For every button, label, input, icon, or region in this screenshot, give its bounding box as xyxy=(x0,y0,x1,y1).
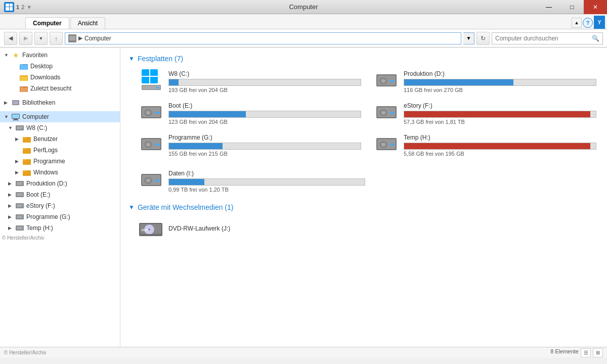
bootE-drive-icon xyxy=(15,191,24,199)
status-right: 8 Elemente ☰ ⊞ xyxy=(550,348,603,357)
sidebar-label-desktop: Desktop xyxy=(30,63,53,70)
sidebar-item-windows[interactable]: ▶ Windows xyxy=(0,167,120,178)
sidebar-label-computer: Computer xyxy=(22,113,49,120)
drive-item-progG[interactable]: Programme (G:) 155 GB frei von 215 GB xyxy=(137,131,364,159)
expand-arrow-bootE: ▶ xyxy=(8,192,14,197)
svg-rect-13 xyxy=(14,119,18,120)
perflogs-folder-icon xyxy=(22,146,31,154)
dvd-section: DVD DVD-RW-Laufwerk (J:) xyxy=(128,216,599,242)
drive-info-w8c: W8 (C:) 193 GB frei von 204 GB xyxy=(168,70,361,93)
back-button[interactable]: ◀ xyxy=(4,32,17,45)
drive-icon-w8c xyxy=(139,70,163,90)
close-button[interactable]: ✕ xyxy=(584,0,607,14)
svg-rect-40 xyxy=(21,228,23,229)
sidebar-item-zuletzt[interactable]: ▶ Zuletzt besucht xyxy=(0,83,120,94)
sidebar-item-benutzer[interactable]: ▶ Benutzer xyxy=(0,133,120,145)
sidebar-item-tempH[interactable]: ▶ Temp (H:) xyxy=(0,222,120,234)
minimize-button[interactable]: — xyxy=(537,0,560,14)
dvd-item[interactable]: DVD DVD-RW-Laufwerk (J:) xyxy=(137,216,599,242)
drive-name-datenI: Daten (I:) xyxy=(168,170,365,177)
sidebar-item-perflogs[interactable]: ▶ PerfLogs xyxy=(0,145,120,156)
ribbon-collapse-btn[interactable]: ▲ xyxy=(572,18,582,28)
sidebar-item-downloads[interactable]: ▶ Downloads xyxy=(0,72,120,83)
svg-rect-71 xyxy=(155,179,159,181)
sidebar-item-estoryF[interactable]: ▶ eStory (F:) xyxy=(0,200,120,211)
search-icon[interactable]: 🔍 xyxy=(592,35,599,42)
tab-ansicht-label: Ansicht xyxy=(78,20,98,27)
app-icon[interactable] xyxy=(4,2,14,12)
sidebar-label-bibliotheken: Bibliotheken xyxy=(22,99,55,106)
tab-num-1[interactable]: 1 xyxy=(16,4,19,10)
expand-arrow-estoryF: ▶ xyxy=(8,203,14,208)
window-title: Computer xyxy=(289,3,318,11)
drive-bar-w8c xyxy=(168,79,361,86)
section-arrow-wechselmedien: ▼ xyxy=(128,204,135,211)
up-button[interactable]: ↑ xyxy=(50,32,63,45)
main-area: ▼ ★ Favoriten ▶ Desktop ▶ Downloads ▶ Zu… xyxy=(0,48,607,347)
drive-bar-estoryF xyxy=(404,111,596,118)
ribbon-pin-btn[interactable]: Y xyxy=(594,16,605,29)
tab-num-2[interactable]: 2 xyxy=(21,4,24,10)
svg-rect-21 xyxy=(23,148,26,150)
section-header-festplatten[interactable]: ▼ Festplatten (7) xyxy=(128,55,599,63)
estoryF-drive-icon xyxy=(15,202,24,210)
address-dropdown-btn[interactable]: ▼ xyxy=(463,32,474,44)
sidebar-label-progG: Programme (G:) xyxy=(26,213,70,220)
expand-arrow-w8c: ▼ xyxy=(8,125,14,130)
section-title-festplatten: Festplatten (7) xyxy=(138,55,183,63)
dropdown-button[interactable]: ▼ xyxy=(34,32,48,45)
sidebar-item-programme-sub[interactable]: ▶ Programme xyxy=(0,156,120,167)
svg-point-73 xyxy=(146,179,150,183)
drive-bar-fill-w8c xyxy=(169,79,179,85)
drive-info-progG: Programme (G:) 155 GB frei von 215 GB xyxy=(168,134,361,157)
sidebar-item-favoriten[interactable]: ▼ ★ Favoriten xyxy=(0,50,120,61)
sidebar-item-desktop[interactable]: ▶ Desktop xyxy=(0,61,120,72)
sidebar-item-w8c[interactable]: ▼ W8 (C:) xyxy=(0,122,120,133)
sidebar-item-bibliotheken[interactable]: ▶ Bibliotheken xyxy=(0,97,120,108)
sidebar-label-favoriten: Favoriten xyxy=(22,52,48,59)
svg-point-48 xyxy=(381,79,385,83)
drive-item-bootE[interactable]: Boot (E:) 123 GB frei von 204 GB xyxy=(137,100,364,127)
drive-bar-fill-progG xyxy=(169,143,223,149)
breadcrumb-path[interactable]: Computer xyxy=(84,35,111,42)
sidebar-item-progG[interactable]: ▶ Programme (G:) xyxy=(0,211,120,222)
view-tiles-button[interactable]: ⊞ xyxy=(593,348,603,357)
maximize-button[interactable]: □ xyxy=(560,0,584,14)
drive-item-w8c[interactable]: W8 (C:) 193 GB frei von 204 GB xyxy=(137,68,364,96)
drive-item-datenI[interactable]: Daten (I:) 0,99 TB frei von 1,20 TB xyxy=(137,167,368,195)
section-header-wechselmedien[interactable]: ▼ Geräte mit Wechselmedien (1) xyxy=(128,203,599,211)
drive-name-prodD: Produktion (D:) xyxy=(404,70,596,77)
drive-item-estoryF[interactable]: eStory (F:) 57,3 GB frei von 1,81 TB xyxy=(372,100,599,127)
help-button[interactable]: ? xyxy=(583,18,593,28)
sidebar-item-prodD[interactable]: ▶ Produktion (D:) xyxy=(0,178,120,189)
view-list-button[interactable]: ☰ xyxy=(581,348,591,357)
expand-arrow-progG: ▶ xyxy=(8,214,14,219)
svg-rect-23 xyxy=(23,159,26,161)
refresh-button[interactable]: ↻ xyxy=(476,32,490,45)
title-arrow[interactable]: ▼ xyxy=(26,4,32,10)
expand-arrow-favoriten: ▼ xyxy=(4,53,10,58)
svg-rect-46 xyxy=(391,80,395,82)
drive-bar-datenI xyxy=(168,178,365,186)
breadcrumb-container: ▶ Computer xyxy=(65,32,461,44)
drive-item-prodD[interactable]: Produktion (D:) 116 GB frei von 270 GB xyxy=(372,68,599,96)
tab-ansicht[interactable]: Ansicht xyxy=(70,17,105,29)
sidebar-label-downloads: Downloads xyxy=(30,74,60,81)
expand-arrow-programme-sub: ▶ xyxy=(15,159,21,164)
drive-bar-fill-prodD xyxy=(404,79,513,85)
dvd-info: DVD-RW-Laufwerk (J:) xyxy=(168,225,596,234)
tab-computer-label: Computer xyxy=(33,20,62,27)
sidebar-item-computer[interactable]: ▼ Computer xyxy=(0,111,120,122)
search-container: 🔍 xyxy=(492,32,603,44)
drive-item-tempH[interactable]: Temp (H:) 5,58 GB frei von 195 GB xyxy=(372,131,599,159)
drive-size-prodD: 116 GB frei von 270 GB xyxy=(404,87,596,93)
svg-rect-12 xyxy=(12,114,19,118)
svg-rect-8 xyxy=(20,87,27,92)
forward-button[interactable]: ▶ xyxy=(19,32,32,45)
search-input[interactable] xyxy=(495,35,590,42)
tab-computer[interactable]: Computer xyxy=(25,17,69,29)
sidebar-label-benutzer: Benutzer xyxy=(33,135,58,143)
sidebar-item-bootE[interactable]: ▶ Boot (E:) xyxy=(0,189,120,200)
star-icon: ★ xyxy=(11,51,20,59)
drive-size-estoryF: 57,3 GB frei von 1,81 TB xyxy=(404,119,596,125)
